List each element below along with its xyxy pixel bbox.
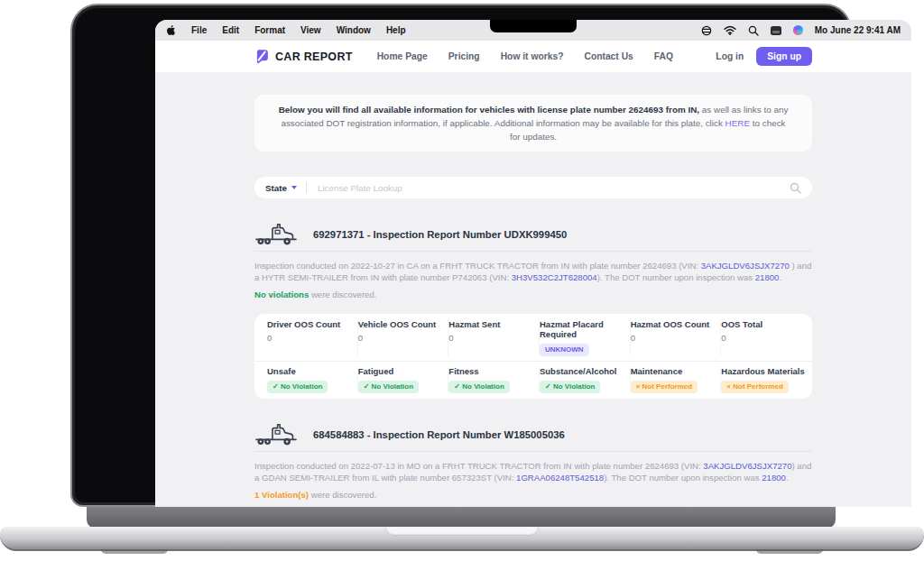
- site-logo[interactable]: CAR REPORT: [254, 49, 353, 64]
- vin-link[interactable]: 1GRAA06248T542518: [516, 473, 604, 483]
- search-icon[interactable]: [790, 182, 801, 194]
- table-cell: Hazmat OOS Count0: [631, 319, 722, 356]
- table-cell-value: 0: [358, 333, 441, 344]
- table-cell-label: Maintenance: [631, 366, 714, 376]
- nav-faq[interactable]: FAQ: [654, 51, 673, 61]
- description-text: .: [779, 272, 781, 282]
- table-cell-label: Fatigued: [358, 366, 441, 376]
- table-cell: Fitness✓ No Violation: [448, 366, 540, 393]
- table-cell: Hazmat Placard RequiredUNKNOWN: [540, 319, 631, 356]
- violation-summary: 1 Violation(s) were discovered.: [254, 490, 812, 500]
- truck-icon: [254, 422, 298, 446]
- menubar-clock[interactable]: Mo June 22 9:41 AM: [815, 25, 901, 35]
- vin-link[interactable]: 3AKJGLDV6JSJX7270: [701, 261, 790, 271]
- report-header: 684584883 - Inspection Report Number W18…: [254, 422, 812, 452]
- site-nav: Home Page Pricing How it works? Contact …: [377, 51, 673, 61]
- state-dropdown[interactable]: State: [265, 183, 297, 193]
- menu-file[interactable]: File: [191, 25, 207, 35]
- table-cell: Driver OOS Count0: [267, 319, 358, 356]
- table-cell: Unsafe✓ No Violation: [267, 366, 358, 393]
- report-title: 692971371 - Inspection Report Number UDX…: [313, 229, 567, 240]
- laptop-screen: File Edit Format View Window Help: [155, 20, 911, 507]
- login-button[interactable]: Log in: [716, 51, 744, 61]
- report-title: 684584883 - Inspection Report Number W18…: [313, 429, 565, 440]
- vin-link[interactable]: 21800: [755, 272, 780, 282]
- table-cell-label: Hazmat Sent: [448, 319, 531, 329]
- status-badge: × Not Performed: [631, 381, 698, 393]
- status-badge: ✓ No Violation: [448, 381, 509, 393]
- table-cell-value: 0: [267, 333, 350, 344]
- site-header: CAR REPORT Home Page Pricing How it work…: [155, 41, 911, 73]
- menu-help[interactable]: Help: [386, 25, 406, 35]
- table-cell: Hazmat Sent0: [448, 319, 540, 356]
- status-badge: ✓ No Violation: [540, 381, 600, 393]
- violation-rest: were discovered.: [309, 290, 376, 299]
- banner-bold-text: Below you will find all available inform…: [279, 105, 699, 115]
- table-cell: Maintenance× Not Performed: [631, 366, 722, 393]
- vin-link[interactable]: 21800: [762, 473, 786, 483]
- vin-link[interactable]: 3H3V532C2JT628004: [512, 272, 597, 282]
- circle-lines-icon[interactable]: [701, 25, 712, 36]
- nav-pricing[interactable]: Pricing: [448, 51, 480, 61]
- report-header: 692971371 - Inspection Report Number UDX…: [254, 222, 812, 252]
- table-cell-label: Unsafe: [267, 366, 350, 376]
- vin-link[interactable]: 3AKJGLDV6JSJX7270: [703, 461, 791, 471]
- status-badge: UNKNOWN: [540, 344, 589, 356]
- table-cell: Vehicle OOS Count0: [358, 319, 449, 356]
- menu-view[interactable]: View: [300, 25, 321, 35]
- inspection-report: 692971371 - Inspection Report Number UDX…: [254, 222, 812, 399]
- report-description: Inspection conducted on 2022-10-27 in CA…: [254, 260, 812, 283]
- siri-icon[interactable]: [793, 25, 803, 35]
- chevron-down-icon: [291, 186, 297, 189]
- inspection-table: Driver OOS Count0Vehicle OOS Count0Hazma…: [254, 314, 812, 399]
- description-text: Inspection conducted on 2022-07-13 in MO…: [254, 461, 703, 471]
- menu-format[interactable]: Format: [254, 25, 285, 35]
- camera-notch: [490, 20, 577, 32]
- page-body: Below you will find all available inform…: [155, 73, 911, 507]
- table-cell: Substance/Alcohol✓ No Violation: [540, 366, 631, 393]
- nav-contact-us[interactable]: Contact Us: [584, 51, 633, 61]
- table-cell-label: Hazmat Placard Required: [540, 319, 623, 339]
- spotlight-search-icon[interactable]: [748, 25, 759, 36]
- description-text: .: [786, 473, 789, 483]
- menubar-items: File Edit Format View Window Help: [191, 25, 406, 35]
- laptop-thumb-groove: [385, 527, 539, 536]
- table-cell: OOS Total0: [721, 319, 812, 356]
- menu-edit[interactable]: Edit: [222, 25, 239, 35]
- violation-highlight: 1 Violation(s): [254, 490, 309, 500]
- site-logo-text: CAR REPORT: [275, 51, 353, 63]
- license-plate-input[interactable]: [316, 182, 790, 194]
- table-row: Driver OOS Count0Vehicle OOS Count0Hazma…: [254, 315, 812, 362]
- violation-summary: No violations were discovered.: [254, 290, 812, 299]
- signup-button[interactable]: Sign up: [756, 47, 812, 66]
- table-cell: Fatigued✓ No Violation: [358, 366, 449, 393]
- license-plate-search-bar: State: [254, 177, 812, 198]
- table-cell-label: Substance/Alcohol: [540, 366, 623, 376]
- menu-window[interactable]: Window: [337, 25, 371, 35]
- apple-menu-icon[interactable]: [166, 24, 176, 36]
- here-link[interactable]: HERE: [725, 118, 750, 128]
- nav-home-page[interactable]: Home Page: [377, 51, 428, 61]
- search-divider: [306, 182, 307, 193]
- table-row: Unsafe✓ No ViolationFatigued✓ No Violati…: [254, 362, 812, 398]
- table-cell-label: Driver OOS Count: [267, 319, 350, 329]
- nav-how-it-works[interactable]: How it works?: [501, 51, 564, 61]
- car-report-logo-icon: [254, 49, 270, 64]
- laptop-foot: [101, 549, 168, 554]
- truck-icon: [254, 222, 298, 246]
- laptop-bezel: File Edit Format View Window Help: [70, 4, 852, 507]
- wifi-icon[interactable]: [724, 25, 736, 35]
- inspection-report: 684584883 - Inspection Report Number W18…: [254, 422, 812, 507]
- table-cell-value: 0: [448, 333, 531, 344]
- table-cell-value: 0: [631, 333, 714, 344]
- table-cell: Hazardous Materials× Not Performed: [721, 366, 812, 393]
- state-dropdown-label: State: [265, 183, 287, 193]
- violation-rest: were discovered.: [309, 490, 376, 500]
- table-cell-label: Fitness: [448, 366, 531, 376]
- table-cell-value: 0: [721, 333, 805, 344]
- display-icon[interactable]: [771, 26, 781, 35]
- description-text: ). The DOT number upon inspection was: [597, 272, 755, 282]
- laptop-base: [0, 527, 924, 551]
- report-description: Inspection conducted on 2022-07-13 in MO…: [254, 460, 812, 483]
- status-badge: ✓ No Violation: [267, 381, 328, 393]
